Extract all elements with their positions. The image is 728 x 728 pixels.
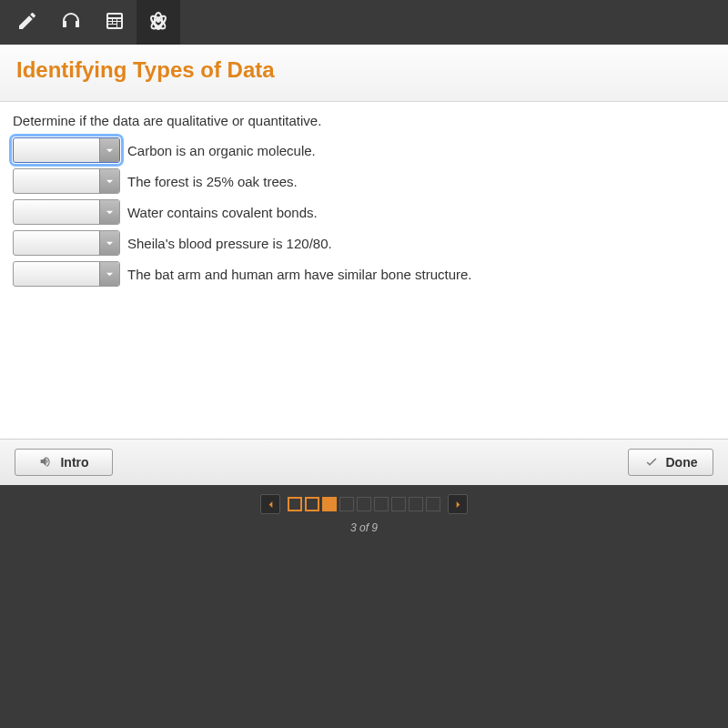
answer-dropdown-1[interactable] [13, 137, 120, 163]
answer-dropdown-2[interactable] [13, 168, 120, 194]
calculator-icon [104, 10, 126, 35]
intro-button-label: Intro [60, 455, 88, 470]
top-toolbar [0, 0, 728, 45]
intro-button[interactable]: Intro [15, 449, 113, 476]
chevron-down-icon [99, 231, 119, 255]
pager-prev-button[interactable] [260, 494, 280, 514]
atom-icon [147, 10, 169, 35]
pager [260, 494, 468, 514]
check-icon [644, 454, 659, 471]
pencil-icon [16, 10, 38, 35]
chevron-down-icon [99, 200, 119, 224]
pager-next-button[interactable] [448, 494, 468, 514]
chevron-right-icon [454, 496, 462, 512]
page-indicator-8[interactable] [409, 497, 423, 511]
page-indicator-5[interactable] [357, 497, 371, 511]
chevron-down-icon [99, 169, 119, 193]
headphones-icon [60, 10, 82, 35]
pager-area: 3 of 9 [0, 485, 728, 728]
page-indicator-4[interactable] [339, 497, 354, 511]
question-text: The forest is 25% oak trees. [127, 174, 298, 189]
done-button[interactable]: Done [628, 449, 713, 476]
page-squares [288, 497, 440, 511]
panel-header: Identifying Types of Data [0, 45, 728, 102]
question-row: Sheila's blood pressure is 120/80. [13, 230, 715, 256]
question-row: The forest is 25% oak trees. [13, 168, 715, 194]
answer-dropdown-5[interactable] [13, 261, 120, 287]
question-text: Sheila's blood pressure is 120/80. [127, 236, 332, 251]
question-row: Water contains covalent bonds. [13, 199, 715, 225]
chevron-down-icon [99, 262, 119, 286]
speaker-icon [38, 454, 53, 471]
page-indicator-1[interactable] [288, 497, 302, 511]
page-title: Identifying Types of Data [16, 57, 712, 83]
page-indicator-2[interactable] [305, 497, 319, 511]
answer-dropdown-4[interactable] [13, 230, 120, 256]
question-text: Water contains covalent bonds. [127, 205, 318, 220]
instruction-text: Determine if the data are qualitative or… [13, 113, 715, 128]
page-indicator-3[interactable] [322, 497, 337, 511]
pager-label: 3 of 9 [350, 521, 378, 534]
content-panel: Identifying Types of Data Determine if t… [0, 45, 728, 485]
calculator-tool-button[interactable] [93, 0, 136, 45]
question-row: Carbon is an organic molecule. [13, 137, 715, 163]
question-row: The bat arm and human arm have similar b… [13, 261, 715, 287]
answer-dropdown-3[interactable] [13, 199, 120, 225]
pencil-tool-button[interactable] [5, 0, 49, 45]
panel-body: Determine if the data are qualitative or… [0, 102, 728, 439]
done-button-label: Done [666, 455, 698, 470]
audio-tool-button[interactable] [49, 0, 93, 45]
question-text: The bat arm and human arm have similar b… [127, 267, 472, 282]
question-text: Carbon is an organic molecule. [127, 143, 316, 158]
science-tool-button[interactable] [136, 0, 180, 45]
page-indicator-9[interactable] [426, 497, 440, 511]
chevron-down-icon [99, 138, 119, 162]
page-indicator-6[interactable] [374, 497, 389, 511]
chevron-left-icon [267, 496, 275, 512]
button-bar: Intro Done [0, 439, 728, 485]
page-indicator-7[interactable] [391, 497, 406, 511]
